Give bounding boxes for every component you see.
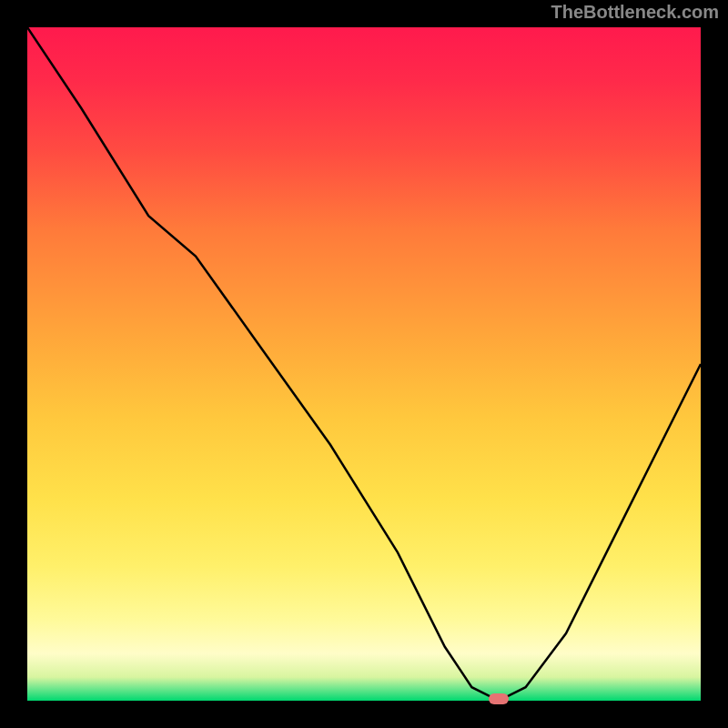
- optimal-marker: [489, 693, 509, 704]
- watermark-text: TheBottleneck.com: [551, 2, 719, 23]
- plot-area: [27, 27, 701, 701]
- bottleneck-curve: [27, 27, 701, 701]
- chart-container: TheBottleneck.com: [0, 0, 728, 728]
